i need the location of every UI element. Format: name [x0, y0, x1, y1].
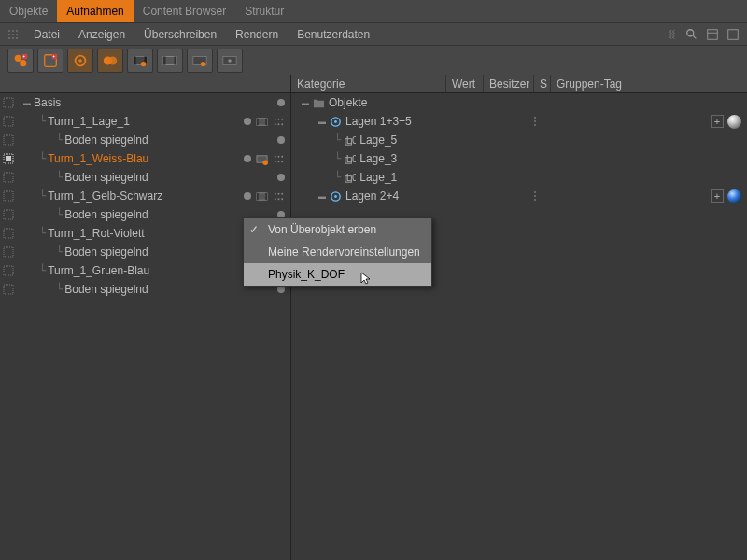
svg-point-0 — [687, 29, 694, 35]
add-tag-button[interactable]: + — [711, 189, 724, 203]
drag-dots-icon[interactable] — [534, 191, 540, 201]
tree-row[interactable]: └Turm_1_Lage_1 — [0, 112, 290, 131]
category-row[interactable]: ▬Lagen 1+3+5+ — [291, 112, 747, 131]
tree-label: Turm_1_Lage_1 — [48, 115, 244, 128]
film-active-icon[interactable] — [255, 152, 268, 165]
svg-point-44 — [274, 161, 275, 162]
tree-row[interactable]: └Boden spiegelnd — [0, 168, 290, 187]
tree-line-icon: └ — [56, 133, 63, 147]
col-besitzer[interactable]: Besitzer — [484, 75, 534, 92]
category-row[interactable]: └L0Lage_1 — [291, 168, 747, 187]
selection-icon[interactable] — [2, 227, 15, 240]
selection-icon[interactable] — [2, 171, 15, 184]
tab-struktur[interactable]: Struktur — [235, 0, 293, 22]
status-dot-icon[interactable] — [244, 192, 251, 200]
menu-rendern[interactable]: Rendern — [228, 25, 286, 44]
status-dot-icon[interactable] — [277, 174, 285, 181]
selection-icon[interactable] — [2, 115, 15, 128]
expand-icon[interactable]: ▬ — [317, 117, 327, 126]
svg-rect-19 — [163, 56, 166, 64]
status-dot-icon[interactable] — [277, 99, 285, 106]
toolbar-btn-2[interactable] — [37, 49, 63, 73]
selection-icon[interactable] — [2, 245, 15, 259]
material-sphere-icon[interactable] — [727, 115, 741, 129]
tree-line-icon: └ — [56, 208, 63, 221]
panel-icon[interactable] — [706, 28, 719, 41]
svg-point-13 — [108, 56, 117, 64]
svg-point-54 — [281, 192, 283, 194]
svg-rect-48 — [4, 191, 13, 201]
status-dot-icon[interactable] — [277, 286, 285, 293]
tree-row[interactable]: └Turm_1_Weiss-Blau — [0, 149, 290, 168]
menu-dots-icon[interactable] — [272, 115, 285, 128]
col-s[interactable]: S — [534, 75, 551, 92]
category-row[interactable]: ▬Lagen 2+4+ — [291, 187, 747, 205]
svg-point-55 — [274, 198, 275, 200]
category-row[interactable]: └L0Lage_5 — [291, 131, 747, 149]
expand-icon[interactable]: ▬ — [301, 98, 310, 107]
tree-line-icon: └ — [39, 227, 46, 240]
context-menu-item[interactable]: Meine Rendervoreinstellungen — [244, 241, 431, 263]
tree-row[interactable]: ▬Basis — [0, 93, 290, 112]
svg-point-53 — [277, 192, 279, 194]
search-icon[interactable] — [685, 28, 698, 41]
svg-point-32 — [281, 118, 283, 119]
menubar: Datei Anzeigen Überschreiben Rendern Ben… — [0, 22, 747, 45]
selection-icon[interactable] — [2, 96, 15, 109]
layer-icon: L0 — [343, 152, 356, 165]
context-menu-item[interactable]: ✓Von Überobjekt erben — [244, 218, 431, 241]
selection-icon[interactable] — [2, 264, 15, 277]
status-dot-icon[interactable] — [244, 118, 251, 125]
toolbar-btn-5[interactable] — [127, 49, 153, 73]
drag-dots-icon[interactable] — [534, 117, 540, 126]
tree-row[interactable]: └Turm_1_Gelb-Schwarz — [0, 187, 290, 205]
context-menu: ✓Von Überobjekt erbenMeine Rendervoreins… — [243, 217, 432, 287]
expand-icon[interactable]: ▬ — [22, 98, 32, 107]
col-kategorie[interactable]: Kategorie — [291, 75, 446, 92]
context-menu-item[interactable]: Physik_K_DOF — [244, 263, 431, 286]
tree-row[interactable]: └Boden spiegelnd — [0, 131, 290, 149]
col-wert[interactable]: Wert — [446, 75, 484, 92]
status-dot-icon[interactable] — [244, 155, 251, 162]
svg-point-5 — [15, 54, 21, 61]
selection-icon[interactable] — [2, 283, 15, 296]
svg-rect-38 — [6, 156, 11, 161]
add-tag-button[interactable]: + — [711, 115, 724, 128]
material-sphere-icon[interactable] — [727, 189, 741, 203]
tab-objekte[interactable]: Objekte — [0, 0, 57, 22]
svg-rect-4 — [728, 29, 739, 39]
selection-icon[interactable] — [2, 152, 15, 165]
category-row[interactable]: ▬Objekte — [291, 93, 747, 112]
film-icon[interactable] — [255, 189, 268, 203]
toolbar-btn-3[interactable] — [67, 49, 93, 73]
toolbar-btn-4[interactable] — [97, 49, 123, 73]
tab-content-browser[interactable]: Content Browser — [134, 0, 235, 22]
selection-icon[interactable] — [2, 189, 15, 203]
category-row[interactable]: └L0Lage_3 — [291, 149, 747, 168]
svg-rect-25 — [4, 98, 13, 107]
menu-benutzerdaten[interactable]: Benutzerdaten — [289, 25, 377, 44]
tree-label: Basis — [34, 96, 277, 109]
tree-line-icon: └ — [39, 152, 46, 165]
selection-icon[interactable] — [2, 208, 15, 221]
svg-point-46 — [281, 161, 283, 162]
selection-icon[interactable] — [2, 133, 15, 147]
toolbar-btn-7[interactable] — [187, 49, 213, 73]
status-dot-icon[interactable] — [277, 136, 285, 144]
menu-anzeigen[interactable]: Anzeigen — [71, 25, 133, 44]
link-icon[interactable]: ⧛ — [665, 28, 678, 41]
toolbar-btn-1[interactable] — [7, 49, 34, 73]
toolbar-btn-6[interactable] — [157, 49, 183, 73]
menu-dots-icon[interactable] — [272, 152, 285, 165]
panel2-icon[interactable] — [726, 28, 740, 41]
film-icon[interactable] — [255, 115, 268, 128]
menu-dots-icon[interactable] — [272, 189, 285, 203]
toolbar-btn-8[interactable] — [217, 49, 243, 73]
menu-datei[interactable]: Datei — [26, 25, 67, 44]
svg-rect-58 — [4, 210, 13, 219]
menu-ueberschreiben[interactable]: Überschreiben — [136, 25, 224, 44]
col-gruppentag[interactable]: Gruppen-Tag — [551, 75, 747, 92]
tab-aufnahmen[interactable]: Aufnahmen — [57, 0, 133, 22]
svg-rect-51 — [265, 192, 267, 199]
expand-icon[interactable]: ▬ — [317, 191, 327, 201]
